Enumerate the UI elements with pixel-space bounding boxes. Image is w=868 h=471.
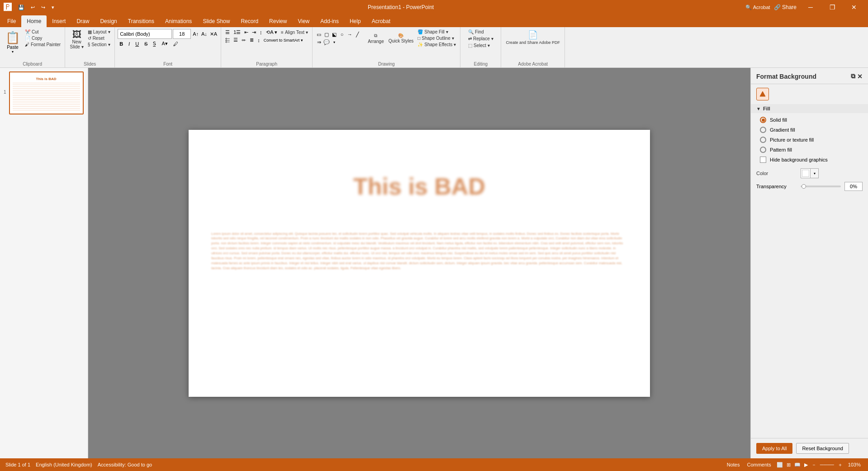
redo-button[interactable]: ↪ bbox=[39, 4, 47, 11]
tab-acrobat[interactable]: Acrobat bbox=[366, 15, 396, 27]
tab-slideshow[interactable]: Slide Show bbox=[197, 15, 235, 27]
shape-tool-line[interactable]: ╱ bbox=[354, 31, 361, 38]
undo-button[interactable]: ↩ bbox=[29, 4, 37, 11]
layout-button[interactable]: ▦ Layout ▾ bbox=[86, 29, 112, 35]
tab-help[interactable]: Help bbox=[344, 15, 366, 27]
format-panel-expand-icon[interactable]: ⧉ bbox=[851, 72, 855, 80]
font-color-button[interactable]: A▾ bbox=[160, 40, 169, 48]
close-button[interactable]: ✕ bbox=[844, 0, 864, 14]
color-dropdown-button[interactable]: ▾ bbox=[811, 168, 819, 178]
transparency-value[interactable]: 0% bbox=[844, 182, 863, 191]
shape-tool-rounded-rect[interactable]: ▢ bbox=[323, 31, 330, 38]
view-slide-sorter-icon[interactable]: ⊞ bbox=[787, 462, 791, 468]
apply-to-all-button[interactable]: Apply to All bbox=[756, 443, 792, 454]
shape-effects-button[interactable]: ✨ Shape Effects ▾ bbox=[416, 42, 457, 48]
accessibility-status[interactable]: Accessibility: Good to go bbox=[98, 462, 152, 467]
color-swatch[interactable] bbox=[801, 168, 811, 178]
format-panel-close-icon[interactable]: ✕ bbox=[857, 73, 863, 80]
reset-button[interactable]: ↺ Reset bbox=[86, 35, 112, 41]
find-button[interactable]: 🔍 Find bbox=[467, 29, 485, 35]
columns-button[interactable]: ⫶ bbox=[258, 29, 264, 36]
gradient-fill-radio[interactable] bbox=[760, 127, 766, 133]
shape-tool-arrow2[interactable]: ⇒ bbox=[315, 38, 323, 46]
comments-button[interactable]: Comments bbox=[745, 461, 773, 468]
tab-design[interactable]: Design bbox=[95, 15, 122, 27]
hide-graphics-option[interactable]: Hide background graphics bbox=[760, 157, 859, 163]
shadow-button[interactable]: S̲ bbox=[151, 40, 158, 48]
new-slide-button[interactable]: 🖼 NewSlide ▾ bbox=[68, 29, 85, 50]
arrange-button[interactable]: ⧉ Arrange bbox=[366, 32, 386, 45]
shape-outline-button[interactable]: □ Shape Outline ▾ bbox=[416, 35, 457, 41]
shape-tool-rect[interactable]: ▭ bbox=[315, 31, 323, 38]
shape-tool-arrow[interactable]: → bbox=[346, 31, 353, 38]
transparency-slider[interactable] bbox=[801, 186, 841, 187]
canvas-area[interactable]: This is BAD Lorem ipsum dolor sit amet, … bbox=[88, 68, 750, 458]
zoom-in-button[interactable]: ＋ bbox=[838, 461, 843, 468]
view-normal-icon[interactable]: ⬜ bbox=[777, 462, 783, 468]
shape-tool-snip-rect[interactable]: ⬕ bbox=[331, 31, 338, 38]
align-text-button[interactable]: ≡ Align Text ▾ bbox=[280, 29, 309, 35]
underline-button[interactable]: U bbox=[133, 40, 141, 48]
text-direction-button[interactable]: ⟲A ▾ bbox=[265, 29, 279, 36]
tab-transitions[interactable]: Transitions bbox=[123, 15, 160, 27]
bullet-list-button[interactable]: ☰ bbox=[224, 29, 231, 36]
tab-animations[interactable]: Animations bbox=[160, 15, 197, 27]
customize-button[interactable]: ▾ bbox=[50, 4, 56, 11]
section-button[interactable]: § Section ▾ bbox=[86, 42, 112, 48]
slide-heading[interactable]: This is BAD bbox=[189, 173, 650, 200]
cut-button[interactable]: ✂️ Cut bbox=[24, 29, 62, 35]
select-button[interactable]: ⬚ Select ▾ bbox=[467, 43, 491, 48]
view-presenter-icon[interactable]: ▶ bbox=[804, 462, 808, 468]
view-reading-icon[interactable]: 📖 bbox=[794, 462, 801, 468]
decrease-font-button[interactable]: A↓ bbox=[200, 30, 208, 38]
share-button[interactable]: 🔗 Share bbox=[774, 4, 797, 10]
tab-record[interactable]: Record bbox=[235, 15, 264, 27]
gradient-fill-option[interactable]: Gradient fill bbox=[760, 127, 859, 133]
replace-button[interactable]: ⇄ Replace ▾ bbox=[467, 36, 495, 42]
decrease-indent-button[interactable]: ⇤ bbox=[243, 29, 250, 36]
format-painter-button[interactable]: 🖌 Format Painter bbox=[24, 42, 62, 48]
search-button[interactable]: 🔍 Acrobat bbox=[745, 5, 770, 10]
align-left-button[interactable]: ⬱ bbox=[224, 37, 231, 43]
create-share-pdf-button[interactable]: 📄 Create and Share Adobe PDF bbox=[504, 29, 562, 46]
shape-tool-callout[interactable]: 💬 bbox=[323, 38, 330, 46]
slide-thumbnail-1[interactable]: This is BAD bbox=[9, 71, 84, 114]
tab-addins[interactable]: Add-ins bbox=[315, 15, 344, 27]
highlight-button[interactable]: 🖊 bbox=[171, 40, 180, 48]
font-size-input[interactable]: 18 bbox=[173, 29, 191, 39]
picture-texture-option[interactable]: Picture or texture fill bbox=[760, 137, 859, 143]
tab-file[interactable]: File bbox=[2, 15, 21, 27]
smartart-button[interactable]: Convert to SmartArt ▾ bbox=[262, 38, 304, 43]
pattern-fill-radio[interactable] bbox=[760, 147, 766, 153]
zoom-slider[interactable]: ──── bbox=[820, 462, 834, 467]
shape-tool-oval[interactable]: ○ bbox=[338, 31, 346, 38]
reset-background-button[interactable]: Reset Background bbox=[796, 443, 849, 454]
fill-icon-button[interactable] bbox=[756, 88, 769, 100]
minimize-button[interactable]: ─ bbox=[800, 0, 821, 14]
strikethrough-button[interactable]: S bbox=[142, 40, 149, 48]
shape-fill-button[interactable]: 🪣 Shape Fill ▾ bbox=[416, 29, 457, 35]
solid-fill-option[interactable]: Solid fill bbox=[760, 117, 859, 123]
justify-button[interactable]: ≣ bbox=[248, 37, 255, 43]
language-status[interactable]: English (United Kingdom) bbox=[36, 462, 92, 467]
increase-font-button[interactable]: A↑ bbox=[192, 30, 199, 38]
quick-styles-button[interactable]: 🎨 Quick Styles bbox=[387, 32, 416, 44]
copy-button[interactable]: 📄 Copy bbox=[24, 35, 62, 41]
zoom-level[interactable]: 103% bbox=[846, 461, 863, 468]
pattern-fill-option[interactable]: Pattern fill bbox=[760, 147, 859, 153]
increase-indent-button[interactable]: ⇥ bbox=[251, 29, 257, 36]
tab-insert[interactable]: Insert bbox=[47, 15, 71, 27]
italic-button[interactable]: I bbox=[127, 40, 132, 48]
font-name-input[interactable]: Calibri (Body) bbox=[118, 29, 172, 39]
clear-format-button[interactable]: ✕A bbox=[209, 30, 218, 38]
shape-tool-more[interactable]: ▾ bbox=[331, 38, 338, 46]
tab-draw[interactable]: Draw bbox=[71, 15, 95, 27]
picture-texture-radio[interactable] bbox=[760, 137, 766, 143]
bold-button[interactable]: B bbox=[118, 40, 125, 48]
tab-home[interactable]: Home bbox=[21, 15, 47, 27]
paste-dropdown-icon[interactable]: ▾ bbox=[12, 50, 14, 54]
fill-section-header[interactable]: ▼ Fill bbox=[751, 104, 868, 113]
solid-fill-radio[interactable] bbox=[760, 117, 766, 123]
numbered-list-button[interactable]: 1☰ bbox=[232, 29, 242, 36]
tab-view[interactable]: View bbox=[292, 15, 315, 27]
